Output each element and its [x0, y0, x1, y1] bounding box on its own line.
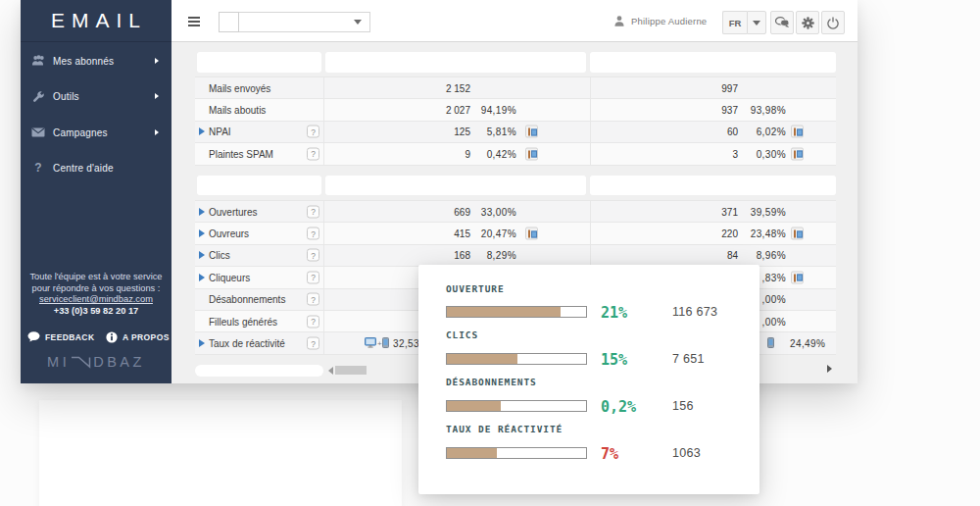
contact-line-1: Toute l'équipe est à votre service: [29, 272, 162, 281]
sidebar: EMAIL Mes abonnés Outils: [21, 0, 172, 383]
menu-bar: [188, 21, 200, 23]
chart-icon-square: [531, 151, 537, 158]
help-icon[interactable]: ?: [307, 293, 319, 306]
value-percent: 5,81%: [475, 126, 516, 137]
column-divider: [323, 143, 324, 164]
column-divider: [590, 143, 591, 164]
stat-progress-bar: [446, 400, 587, 412]
menu-bar: [188, 17, 200, 19]
value-count: 60: [664, 126, 738, 137]
sidebar-item-label: Mes abonnés: [53, 56, 114, 67]
about-button[interactable]: A PROPOS: [106, 329, 170, 344]
column-divider: [590, 245, 591, 266]
app-logo: EMAIL: [21, 0, 172, 42]
table-row: Ouvreurs ? 415 20,47% 220 23,48%: [195, 223, 836, 244]
sidebar-item-mes-abonnes[interactable]: Mes abonnés: [21, 49, 172, 73]
contact-phone: +33 (0)3 59 82 20 17: [21, 306, 172, 318]
chevron-down-icon: [354, 20, 362, 25]
value-percent: 33,00%: [475, 206, 516, 217]
logout-button[interactable]: [821, 11, 845, 34]
column-header-campaign-2b: [590, 176, 836, 195]
campaign-select-inner-field: [219, 12, 239, 32]
chart-icon[interactable]: [791, 147, 804, 160]
stat-progress-fill: [447, 307, 561, 317]
menu-toggle-button[interactable]: [188, 17, 200, 26]
expand-triangle-icon[interactable]: [199, 274, 205, 281]
stats-overlay-card: OUVERTURE 21% 116 673 CLICS 15% 7 651 DÉ…: [418, 265, 760, 494]
sidebar-item-outils[interactable]: Outils: [21, 84, 172, 108]
contact-email-link[interactable]: serviceclient@mindbaz.com: [21, 294, 172, 306]
user-menu[interactable]: Philippe Audierne: [614, 0, 707, 42]
table-row: Ouvertures ? 669 33,00% 371 39,59%: [195, 201, 836, 223]
chart-icon-square: [797, 128, 803, 135]
help-icon[interactable]: ?: [307, 315, 319, 328]
stat-progress-fill: [447, 401, 501, 411]
language-button[interactable]: FR: [722, 11, 747, 34]
chart-icon[interactable]: [525, 228, 538, 240]
row-label: Cliqueurs: [209, 272, 250, 282]
help-icon[interactable]: ?: [307, 205, 319, 218]
stat-percent: 15%: [601, 351, 627, 369]
chart-icon[interactable]: [791, 271, 804, 283]
user-icon: [614, 16, 624, 26]
value-count: 669: [397, 206, 470, 217]
expand-triangle-icon[interactable]: [199, 229, 205, 237]
chat-button[interactable]: [770, 11, 794, 34]
help-icon[interactable]: ?: [307, 147, 319, 160]
chat-bubbles-icon: [775, 17, 790, 28]
value-percent: 39,59%: [745, 206, 786, 217]
column-header-campaign-1b: [325, 176, 586, 195]
row-label: NPAI: [209, 126, 231, 137]
chevron-down-icon: [753, 21, 760, 25]
column-header-labels-2: [197, 176, 321, 195]
help-icon[interactable]: ?: [307, 337, 319, 350]
menu-bar: [188, 25, 200, 26]
stat-progress-bar: [446, 306, 587, 318]
chart-icon[interactable]: [791, 126, 804, 138]
help-icon[interactable]: ?: [307, 228, 319, 240]
expand-triangle-icon[interactable]: [199, 251, 205, 259]
scroll-left-icon[interactable]: [328, 367, 333, 375]
chart-icon[interactable]: [791, 228, 804, 240]
expand-triangle-icon[interactable]: [199, 339, 205, 347]
stat-percent: 0,2%: [601, 398, 636, 416]
chart-icon-square: [797, 151, 803, 158]
row-label: Désabonnements: [209, 294, 285, 305]
column-header-campaign-2: [590, 52, 836, 73]
expand-triangle-icon[interactable]: [199, 208, 205, 216]
feedback-button[interactable]: FEEDBACK: [27, 329, 94, 344]
settings-button[interactable]: [796, 11, 819, 34]
stat-label: TAUX DE RÉACTIVITÉ: [446, 424, 563, 434]
value-percent: 24,49%: [790, 338, 825, 349]
sidebar-item-label: Campagnes: [53, 127, 108, 138]
chart-icon-bar: [794, 230, 796, 238]
chart-icon-bar: [794, 274, 796, 281]
stat-label: CLICS: [446, 329, 478, 340]
value-percent: 23,48%: [745, 228, 786, 239]
sidebar-item-campagnes[interactable]: Campagnes: [21, 121, 172, 144]
horizontal-scrollbar-thumb[interactable]: [335, 366, 367, 375]
chart-icon-bar: [528, 128, 530, 136]
stat-label: OUVERTURE: [446, 283, 505, 294]
campaign-select[interactable]: [219, 12, 370, 32]
help-icon[interactable]: ?: [307, 271, 319, 283]
column-divider: [590, 77, 591, 98]
column-divider: [590, 122, 591, 142]
row-label: Clics: [209, 250, 230, 261]
mobile-icon: [767, 334, 774, 352]
chart-icon[interactable]: [525, 147, 538, 160]
expand-triangle-icon[interactable]: [199, 127, 205, 135]
help-icon[interactable]: ?: [307, 249, 319, 262]
mobile-icon: [382, 334, 389, 352]
column-divider: [323, 122, 324, 142]
chart-icon-square: [797, 230, 803, 237]
value-count: 2 152: [397, 82, 470, 93]
chart-icon[interactable]: [525, 126, 538, 138]
language-dropdown-button[interactable]: [747, 11, 766, 34]
row-label: Filleuls générés: [209, 316, 277, 327]
help-icon[interactable]: ?: [307, 126, 319, 138]
table-row: Mails envoyés 2 152 997: [195, 77, 836, 99]
sidebar-item-centre-aide[interactable]: ? Centre d'aide: [21, 156, 172, 179]
contact-line-2: pour répondre à vos questions :: [32, 283, 161, 293]
scroll-right-icon[interactable]: [827, 365, 832, 373]
